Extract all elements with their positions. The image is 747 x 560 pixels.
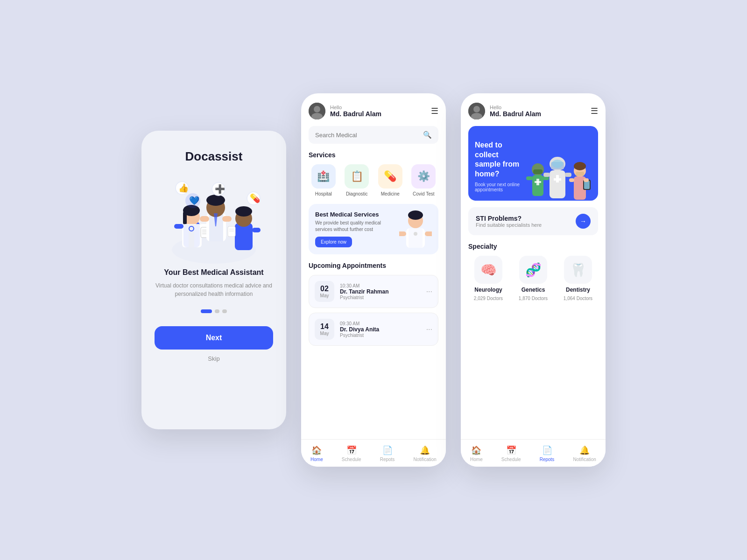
explore-button[interactable]: Explore now — [315, 237, 352, 247]
notification-nav-label: Notification — [413, 457, 436, 462]
svg-text:👍: 👍 — [178, 183, 189, 193]
pagination-dots — [201, 309, 227, 313]
svg-rect-62 — [543, 173, 550, 177]
neurology-icon: 🧠 — [474, 256, 502, 284]
nav-home[interactable]: 🏠 Home — [310, 445, 323, 462]
nav-schedule[interactable]: 📅 Schedule — [342, 445, 361, 462]
appt-2-day: 14 — [319, 322, 330, 331]
nav3-schedule[interactable]: 📅 Schedule — [501, 445, 521, 462]
specialty-header: Hello Md. Badrul Alam ☰ — [468, 103, 598, 119]
menu-icon[interactable]: ☰ — [431, 106, 438, 116]
app-title: Docassist — [185, 149, 243, 164]
blue-banner-title: Need to collect sample from home? — [475, 140, 526, 179]
banner-title: Best Medical Services — [315, 211, 395, 218]
genetics-name: Genetics — [521, 287, 545, 293]
notification-nav-icon: 🔔 — [420, 445, 430, 455]
sti-card[interactable]: STI Problems? Find suitable specialists … — [468, 207, 598, 235]
specialty-dentistry[interactable]: 🦷 Dentistry 1,064 Doctors — [558, 256, 598, 301]
svg-rect-54 — [526, 176, 533, 180]
appt-1-specialty: Psychiatrist — [340, 295, 421, 300]
phone-home: Hello Md. Badrul Alam ☰ 🔍 Services 🏥 Hos… — [301, 93, 446, 467]
dentistry-count: 1,064 Doctors — [564, 296, 592, 301]
home3-nav-label: Home — [470, 457, 483, 462]
svg-point-65 — [574, 162, 586, 170]
avatar — [309, 103, 325, 119]
svg-rect-4 — [183, 211, 187, 224]
service-hospital[interactable]: 🏥 Hospital — [309, 164, 338, 196]
sti-arrow-button[interactable]: → — [576, 214, 591, 229]
genetics-count: 1,870 Doctors — [519, 296, 548, 301]
search-icon[interactable]: 🔍 — [423, 131, 432, 139]
notification3-nav-icon: 🔔 — [579, 445, 590, 455]
repots3-nav-icon: 📄 — [542, 445, 552, 455]
nav-notification[interactable]: 🔔 Notification — [413, 445, 436, 462]
nav3-home[interactable]: 🏠 Home — [470, 445, 483, 462]
skip-link[interactable]: Skip — [208, 355, 219, 362]
appt-2-doctor: Dr. Divya Anita — [340, 326, 421, 333]
banner-subtitle: We provide best quality medical services… — [315, 220, 395, 233]
appt-1-doctor: Dr. Tanzir Rahman — [340, 288, 421, 295]
svg-rect-50 — [533, 169, 543, 174]
specialty-genetics[interactable]: 🧬 Genetics 1,870 Doctors — [513, 256, 553, 301]
service-covid-label: Covid Test — [413, 191, 435, 196]
onboarding-illustration: 💙 ➕ 👍 💊 — [162, 175, 265, 268]
search-bar[interactable]: 🔍 — [309, 126, 438, 144]
nav3-notification[interactable]: 🔔 Notification — [573, 445, 596, 462]
specialty-content: Hello Md. Badrul Alam ☰ Need to collect … — [461, 93, 606, 439]
svg-rect-51 — [532, 175, 543, 196]
specialty-section-title: Specialty — [468, 243, 598, 250]
user-info-3: Hello Md. Badrul Alam — [468, 103, 541, 119]
service-medicine[interactable]: 💊 Medicine — [375, 164, 405, 196]
dentistry-icon: 🦷 — [564, 256, 592, 284]
specialty-neurology[interactable]: 🧠 Neurology 2,029 Doctors — [468, 256, 508, 301]
schedule-nav-label: Schedule — [342, 457, 361, 462]
svg-rect-42 — [409, 228, 423, 248]
nav3-repots[interactable]: 📄 Repots — [540, 445, 555, 462]
blue-banner-subtitle: Book your next online appointments — [475, 182, 526, 192]
home-collection-banner[interactable]: Need to collect sample from home? Book y… — [468, 126, 598, 201]
user-name-3: Md. Badrul Alam — [490, 110, 541, 118]
svg-text:➕: ➕ — [215, 184, 226, 194]
next-button[interactable]: Next — [155, 326, 273, 350]
repots-nav-label: Repots — [380, 457, 395, 462]
appointment-1-date: 02 May — [315, 281, 334, 302]
service-covid[interactable]: ⚙️ Covid Test — [409, 164, 439, 196]
svg-text:💊: 💊 — [250, 193, 261, 203]
search-input[interactable] — [315, 132, 423, 139]
dot-3[interactable] — [222, 309, 227, 313]
appt-2-month: May — [319, 331, 330, 336]
appointment-1-menu[interactable]: ··· — [426, 287, 432, 296]
dot-2[interactable] — [215, 309, 219, 313]
appointment-2-date: 14 May — [315, 319, 334, 340]
svg-rect-27 — [252, 228, 261, 232]
banner-illustration — [399, 210, 432, 248]
specialty-grid: 🧠 Neurology 2,029 Doctors 🧬 Genetics 1,8… — [468, 256, 598, 301]
appt-2-specialty: Psychiatrist — [340, 333, 421, 338]
service-hospital-label: Hospital — [315, 191, 332, 196]
hello-text: Hello — [330, 105, 381, 110]
services-title: Services — [309, 151, 438, 159]
onboarding-heading: Your Best Medical Assistant — [164, 268, 263, 277]
svg-point-23 — [235, 206, 252, 217]
service-covid-icon: ⚙️ — [411, 164, 436, 189]
appointment-2-menu[interactable]: ··· — [426, 325, 432, 334]
dot-1[interactable] — [201, 309, 212, 313]
notification3-nav-label: Notification — [573, 457, 596, 462]
appointment-1: 02 May 10:30 AM Dr. Tanzir Rahman Psychi… — [309, 275, 438, 308]
service-medicine-label: Medicine — [381, 191, 400, 196]
menu-icon-3[interactable]: ☰ — [591, 106, 598, 116]
service-diagnostic-label: Diagnostic — [346, 191, 368, 196]
services-grid: 🏥 Hospital 📋 Diagnostic 💊 Medicine ⚙️ Co… — [309, 164, 438, 196]
svg-point-40 — [408, 210, 423, 220]
service-diagnostic[interactable]: 📋 Diagnostic — [342, 164, 372, 196]
blue-banner-text: Need to collect sample from home? Book y… — [475, 140, 526, 201]
promo-banner: Best Medical Services We provide best qu… — [309, 204, 438, 254]
svg-point-58 — [552, 160, 563, 168]
user-greeting: Hello Md. Badrul Alam — [330, 105, 381, 118]
banner-content: Best Medical Services We provide best qu… — [315, 211, 395, 247]
avatar-3 — [468, 103, 485, 119]
neurology-name: Neurology — [474, 287, 502, 293]
repots3-nav-label: Repots — [540, 457, 555, 462]
service-hospital-icon: 🏥 — [311, 164, 336, 189]
nav-repots[interactable]: 📄 Repots — [380, 445, 395, 462]
